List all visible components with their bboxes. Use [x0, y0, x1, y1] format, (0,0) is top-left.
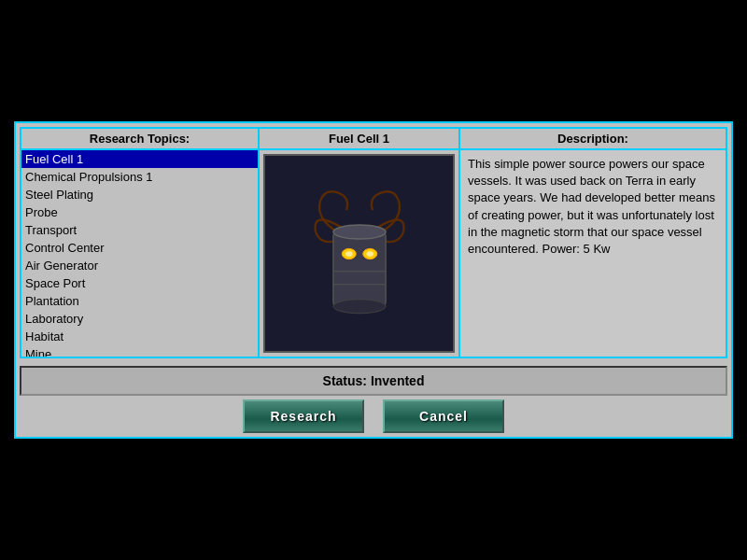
list-item[interactable]: Fuel Cell 1 — [21, 150, 258, 168]
svg-point-6 — [366, 251, 374, 257]
svg-point-2 — [332, 299, 385, 313]
list-item[interactable]: Plantation — [21, 292, 258, 310]
list-item[interactable]: Probe — [21, 203, 258, 221]
description-text: This simple power source powers our spac… — [460, 150, 726, 357]
description-header: Description: — [460, 129, 726, 150]
middle-panel: Fuel Cell 1 — [260, 129, 460, 357]
research-topics-list[interactable]: Fuel Cell 1Chemical Propulsions 1Steel P… — [21, 150, 258, 357]
button-row: Research Cancel — [20, 399, 727, 433]
research-button[interactable]: Research — [243, 399, 364, 433]
list-container: Fuel Cell 1Chemical Propulsions 1Steel P… — [21, 150, 258, 357]
left-panel: Research Topics: Fuel Cell 1Chemical Pro… — [21, 129, 260, 357]
right-panel: Description: This simple power source po… — [460, 129, 726, 357]
list-item[interactable]: Habitat — [21, 328, 258, 345]
svg-point-5 — [345, 251, 353, 257]
description-container: This simple power source powers our spac… — [460, 150, 726, 357]
dialog-inner: Research Topics: Fuel Cell 1Chemical Pro… — [20, 127, 727, 358]
list-item[interactable]: Transport — [21, 221, 258, 239]
list-item[interactable]: Space Port — [21, 274, 258, 292]
research-topics-header: Research Topics: — [21, 129, 258, 150]
fuel-cell-preview — [263, 154, 455, 353]
list-item[interactable]: Laboratory — [21, 310, 258, 328]
list-item[interactable]: Mine — [21, 345, 258, 357]
list-item[interactable]: Air Generator — [21, 257, 258, 274]
svg-rect-0 — [332, 231, 385, 306]
list-item[interactable]: Steel Plating — [21, 186, 258, 203]
list-item[interactable]: Control Center — [21, 239, 258, 257]
bottom-area: Status: Invented Research Cancel — [20, 366, 727, 433]
cancel-button[interactable]: Cancel — [383, 399, 504, 433]
svg-point-1 — [332, 225, 385, 239]
status-bar: Status: Invented — [20, 366, 727, 396]
preview-header: Fuel Cell 1 — [260, 129, 458, 150]
fuel-cell-image — [303, 184, 416, 324]
research-dialog: Research Topics: Fuel Cell 1Chemical Pro… — [14, 121, 733, 439]
list-item[interactable]: Chemical Propulsions 1 — [21, 168, 258, 186]
